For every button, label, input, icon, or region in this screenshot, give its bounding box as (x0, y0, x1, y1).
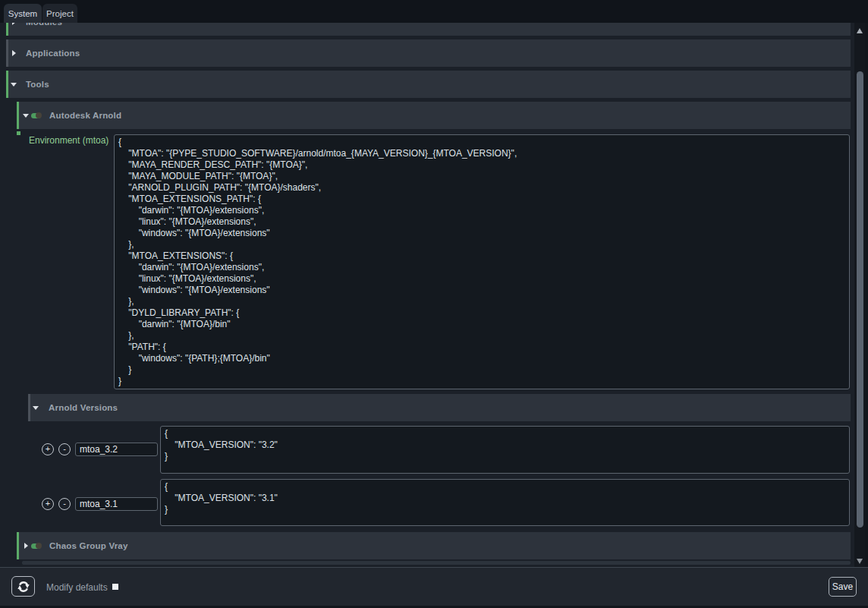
modules-collapsed-arrow-icon (12, 23, 16, 25)
refresh-icon (17, 581, 30, 593)
tab-project[interactable]: Project (42, 4, 77, 23)
vertical-scrollbar-thumb[interactable] (857, 71, 863, 528)
version-2-remove-button[interactable]: - (58, 498, 71, 510)
tab-project-label: Project (46, 9, 74, 18)
arnold-versions-section-label: Arnold Versions (49, 403, 118, 412)
tab-system[interactable]: System (4, 4, 42, 23)
applications-border (6, 39, 8, 67)
section-header-autodesk-arnold[interactable]: Autodesk Arnold (17, 102, 851, 129)
version-2-add-button[interactable]: + (42, 498, 54, 510)
version-1-json-editor[interactable]: { "MTOA_VERSION": "3.2" } (160, 426, 850, 474)
version-1-add-button[interactable]: + (42, 443, 54, 455)
save-button-label: Save (832, 581, 853, 592)
tools-modified-indicator (6, 71, 8, 98)
version-1-remove-button[interactable]: - (58, 443, 71, 455)
tools-expanded-arrow-icon (11, 83, 17, 87)
modules-section-label: Modules (26, 23, 62, 27)
version-2-json-editor[interactable]: { "MTOA_VERSION": "3.1" } (160, 479, 850, 526)
environment-modified-mark (17, 131, 20, 135)
modify-defaults-label: Modify defaults (46, 582, 108, 593)
version-1-key-input[interactable] (75, 443, 158, 456)
modules-arrow-box[interactable] (11, 23, 17, 25)
save-button[interactable]: Save (829, 577, 857, 597)
tab-system-label: System (8, 9, 37, 18)
modules-modified-indicator (6, 23, 8, 36)
section-header-tools[interactable]: Tools (6, 71, 851, 98)
environment-label: Environment (mtoa) (29, 135, 108, 146)
vray-modified-indicator (17, 532, 19, 559)
vray-collapsed-arrow-icon (24, 543, 28, 549)
footer-bar: Modify defaults Save (0, 567, 868, 606)
vray-section-label: Chaos Group Vray (49, 541, 128, 550)
settings-window: System Project Modules Applications Tool… (0, 0, 868, 608)
section-header-arnold-versions[interactable]: Arnold Versions (28, 394, 851, 421)
vray-arrow-box[interactable] (23, 543, 29, 549)
arnold-expanded-arrow-icon (23, 114, 29, 118)
refresh-button[interactable] (11, 576, 35, 597)
vertical-scrollbar[interactable] (854, 23, 865, 567)
settings-scroll-area: Modules Applications Tools Autodesk Arno… (0, 23, 854, 567)
applications-arrow-box[interactable] (11, 50, 17, 56)
section-header-chaos-group-vray[interactable]: Chaos Group Vray (17, 532, 851, 559)
version-2-key-input[interactable] (75, 497, 158, 511)
arnold-modified-indicator (17, 102, 19, 129)
scroll-down-arrow-icon[interactable] (857, 559, 863, 564)
arnold-versions-expanded-arrow-icon (33, 406, 39, 410)
arnold-enabled-toggle[interactable] (31, 113, 41, 118)
arnold-versions-border (28, 394, 30, 421)
vray-enabled-toggle[interactable] (31, 543, 41, 549)
tools-arrow-box[interactable] (11, 83, 17, 87)
modify-defaults-checkbox[interactable] (112, 584, 118, 590)
applications-section-label: Applications (26, 49, 80, 58)
environment-json-editor[interactable]: { "MTOA": "{PYPE_STUDIO_SOFTWARE}/arnold… (114, 134, 850, 389)
horizontal-scrollbar-thumb[interactable] (22, 561, 851, 565)
arnold-arrow-box[interactable] (23, 114, 29, 118)
scroll-up-arrow-icon[interactable] (857, 28, 863, 33)
tools-section-label: Tools (26, 80, 49, 89)
section-header-modules[interactable]: Modules (6, 23, 851, 36)
arnold-section-label: Autodesk Arnold (49, 111, 121, 120)
arnold-versions-arrow-box[interactable] (33, 406, 39, 410)
vray-toggle-knob (36, 543, 42, 549)
section-header-applications[interactable]: Applications (6, 39, 851, 67)
applications-collapsed-arrow-icon (12, 50, 16, 56)
arnold-toggle-knob (36, 112, 42, 118)
tab-bar: System Project (0, 0, 868, 23)
